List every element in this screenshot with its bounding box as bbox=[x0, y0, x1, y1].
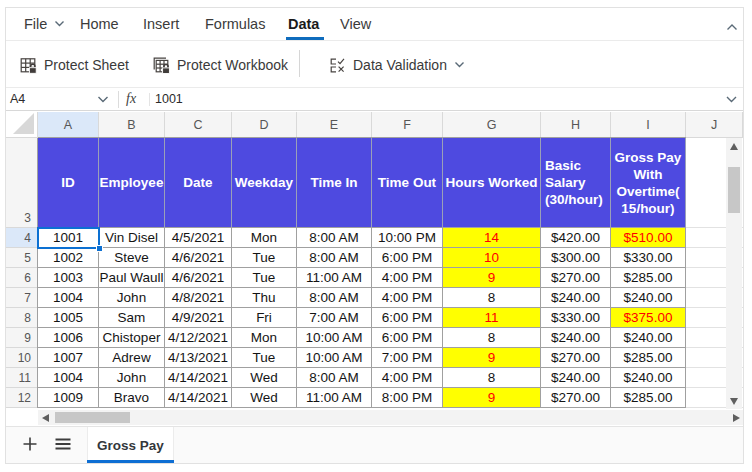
cell-F12[interactable]: 8:00 PM bbox=[372, 388, 443, 408]
cell-H4[interactable]: $420.00 bbox=[541, 228, 611, 248]
horizontal-scrollbar[interactable] bbox=[38, 410, 743, 425]
cell-C12[interactable]: 4/14/2021 bbox=[165, 388, 232, 408]
cell-H7[interactable]: $240.00 bbox=[541, 288, 611, 308]
cell-C4[interactable]: 4/5/2021 bbox=[165, 228, 232, 248]
row-header-9[interactable]: 9 bbox=[6, 328, 38, 348]
cell-B6[interactable]: Paul Waull bbox=[99, 268, 165, 288]
cell-D8[interactable]: Fri bbox=[232, 308, 297, 328]
row-header-12[interactable]: 12 bbox=[6, 388, 38, 408]
ribbon-tab-formulas[interactable]: Formulas bbox=[205, 9, 265, 40]
cell-G12[interactable]: 9 bbox=[443, 388, 541, 408]
sheet-tab-gross-pay[interactable]: Gross Pay bbox=[87, 427, 174, 463]
collapse-ribbon-icon[interactable] bbox=[725, 22, 739, 32]
cell-E4[interactable]: 8:00 AM bbox=[297, 228, 372, 248]
cell-H9[interactable]: $240.00 bbox=[541, 328, 611, 348]
data-validation-button[interactable]: Data Validation bbox=[329, 43, 465, 87]
horizontal-scrollbar-thumb[interactable] bbox=[55, 412, 130, 423]
row-header-6[interactable]: 6 bbox=[6, 268, 38, 288]
cell-I10[interactable]: $285.00 bbox=[611, 348, 686, 368]
cell-B4[interactable]: Vin Disel bbox=[99, 228, 165, 248]
cell-A12[interactable]: 1009 bbox=[38, 388, 99, 408]
cell-H11[interactable]: $240.00 bbox=[541, 368, 611, 388]
cell-C9[interactable]: 4/12/2021 bbox=[165, 328, 232, 348]
column-header-g[interactable]: G bbox=[443, 112, 541, 138]
cell-A11[interactable]: 1004 bbox=[38, 368, 99, 388]
cell-C5[interactable]: 4/6/2021 bbox=[165, 248, 232, 268]
scroll-down-arrow-icon[interactable] bbox=[730, 398, 738, 405]
cell-A10[interactable]: 1007 bbox=[38, 348, 99, 368]
cell-H12[interactable]: $270.00 bbox=[541, 388, 611, 408]
cell-B9[interactable]: Chistoper bbox=[99, 328, 165, 348]
cell-G10[interactable]: 9 bbox=[443, 348, 541, 368]
row-header-4[interactable]: 4 bbox=[6, 228, 38, 248]
scroll-left-arrow-icon[interactable] bbox=[42, 414, 49, 422]
fx-icon[interactable]: fx bbox=[126, 88, 136, 111]
scroll-up-arrow-icon[interactable] bbox=[730, 143, 738, 150]
cell-G11[interactable]: 8 bbox=[443, 368, 541, 388]
cell-B11[interactable]: John bbox=[99, 368, 165, 388]
cell-F7[interactable]: 4:00 PM bbox=[372, 288, 443, 308]
column-header-b[interactable]: B bbox=[99, 112, 165, 138]
cell-E12[interactable]: 11:00 AM bbox=[297, 388, 372, 408]
cell-I4[interactable]: $510.00 bbox=[611, 228, 686, 248]
cell-A9[interactable]: 1006 bbox=[38, 328, 99, 348]
protect-sheet-button[interactable]: Protect Sheet bbox=[20, 43, 129, 87]
name-box-dropdown-icon[interactable] bbox=[97, 95, 109, 104]
row-header-10[interactable]: 10 bbox=[6, 348, 38, 368]
cell-D7[interactable]: Thu bbox=[232, 288, 297, 308]
cell-E9[interactable]: 10:00 AM bbox=[297, 328, 372, 348]
column-header-d[interactable]: D bbox=[232, 112, 297, 138]
cell-F10[interactable]: 7:00 PM bbox=[372, 348, 443, 368]
cell-F5[interactable]: 6:00 PM bbox=[372, 248, 443, 268]
cell-B7[interactable]: John bbox=[99, 288, 165, 308]
column-header-i[interactable]: I bbox=[611, 112, 686, 138]
cell-A4[interactable]: 1001 bbox=[38, 228, 99, 248]
protect-workbook-button[interactable]: Protect Workbook bbox=[153, 43, 288, 87]
cell-I12[interactable]: $285.00 bbox=[611, 388, 686, 408]
cell-I9[interactable]: $240.00 bbox=[611, 328, 686, 348]
cell-G5[interactable]: 10 bbox=[443, 248, 541, 268]
cell-G8[interactable]: 11 bbox=[443, 308, 541, 328]
cell-B10[interactable]: Adrew bbox=[99, 348, 165, 368]
cell-H8[interactable]: $330.00 bbox=[541, 308, 611, 328]
cell-F11[interactable]: 4:00 PM bbox=[372, 368, 443, 388]
cell-E6[interactable]: 11:00 AM bbox=[297, 268, 372, 288]
cell-F6[interactable]: 4:00 PM bbox=[372, 268, 443, 288]
row-header-3[interactable]: 3 bbox=[6, 138, 38, 228]
cell-A8[interactable]: 1005 bbox=[38, 308, 99, 328]
cell-I11[interactable]: $240.00 bbox=[611, 368, 686, 388]
row-header-7[interactable]: 7 bbox=[6, 288, 38, 308]
column-header-c[interactable]: C bbox=[165, 112, 232, 138]
cell-B8[interactable]: Sam bbox=[99, 308, 165, 328]
cell-E5[interactable]: 8:00 AM bbox=[297, 248, 372, 268]
vertical-scrollbar-thumb[interactable] bbox=[728, 167, 740, 213]
column-header-a[interactable]: A bbox=[38, 112, 99, 138]
cell-D9[interactable]: Mon bbox=[232, 328, 297, 348]
cell-B5[interactable]: Steve bbox=[99, 248, 165, 268]
cell-A5[interactable]: 1002 bbox=[38, 248, 99, 268]
add-sheet-button[interactable] bbox=[20, 430, 40, 458]
cell-I6[interactable]: $285.00 bbox=[611, 268, 686, 288]
cell-I5[interactable]: $330.00 bbox=[611, 248, 686, 268]
cell-I7[interactable]: $240.00 bbox=[611, 288, 686, 308]
cell-H5[interactable]: $300.00 bbox=[541, 248, 611, 268]
cell-G9[interactable]: 8 bbox=[443, 328, 541, 348]
expand-formula-bar-icon[interactable] bbox=[725, 95, 738, 104]
cell-G6[interactable]: 9 bbox=[443, 268, 541, 288]
cell-D11[interactable]: Wed bbox=[232, 368, 297, 388]
cell-F8[interactable]: 6:00 PM bbox=[372, 308, 443, 328]
cell-G4[interactable]: 14 bbox=[443, 228, 541, 248]
name-box[interactable]: A4 bbox=[10, 88, 25, 111]
cell-H6[interactable]: $270.00 bbox=[541, 268, 611, 288]
scroll-right-arrow-icon[interactable] bbox=[733, 414, 740, 422]
cell-C10[interactable]: 4/13/2021 bbox=[165, 348, 232, 368]
cell-A6[interactable]: 1003 bbox=[38, 268, 99, 288]
ribbon-tab-file[interactable]: File bbox=[24, 9, 65, 40]
cell-E8[interactable]: 7:00 AM bbox=[297, 308, 372, 328]
select-all-corner[interactable] bbox=[6, 112, 38, 138]
cell-D5[interactable]: Tue bbox=[232, 248, 297, 268]
fill-handle[interactable] bbox=[96, 245, 103, 252]
cell-G7[interactable]: 8 bbox=[443, 288, 541, 308]
cell-C11[interactable]: 4/14/2021 bbox=[165, 368, 232, 388]
cell-F9[interactable]: 6:00 PM bbox=[372, 328, 443, 348]
